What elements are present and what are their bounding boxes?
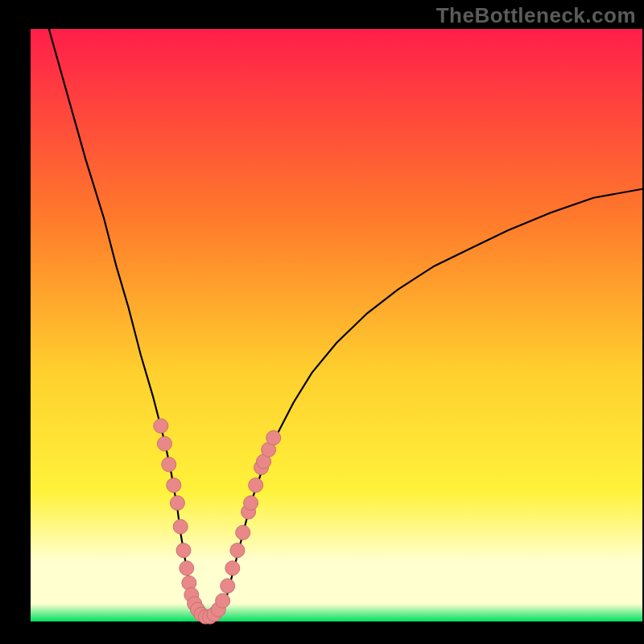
curve-marker: [216, 593, 230, 608]
curve-marker: [230, 543, 245, 558]
curve-marker: [249, 478, 263, 493]
curve-marker: [180, 561, 194, 576]
curve-marker: [170, 496, 184, 510]
plot-background: [31, 29, 642, 621]
chart-svg: [0, 0, 644, 644]
watermark-text: TheBottleneck.com: [436, 3, 636, 28]
curve-marker: [221, 579, 235, 593]
curve-marker: [225, 561, 240, 576]
curve-marker: [266, 431, 281, 445]
curve-marker: [157, 436, 171, 451]
curve-marker: [167, 478, 181, 493]
curve-marker: [236, 526, 250, 540]
curve-marker: [162, 457, 176, 472]
chart-stage: TheBottleneck.com: [0, 0, 644, 644]
curve-marker: [176, 543, 191, 558]
curve-marker: [244, 496, 258, 510]
curve-marker: [173, 519, 188, 534]
curve-marker: [154, 419, 168, 433]
